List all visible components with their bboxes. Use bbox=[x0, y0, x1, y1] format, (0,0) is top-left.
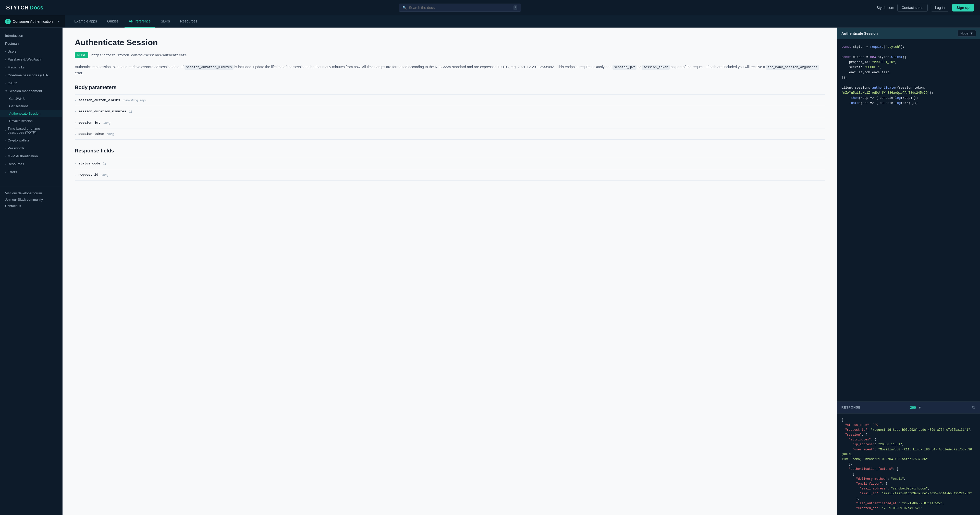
sidebar-item-postman[interactable]: Postman bbox=[0, 40, 62, 48]
param-session-duration-minutes[interactable]: › session_duration_minutes int bbox=[75, 106, 825, 117]
sidebar-subitem-authenticate-session[interactable]: Authenticate Session bbox=[0, 110, 62, 117]
section-selector[interactable]: C Consumer Authentication ▼ bbox=[0, 15, 65, 27]
param-session-custom-claims[interactable]: › session_custom_claims map<string, any> bbox=[75, 95, 825, 106]
sidebar-item-otp[interactable]: › One-time passcodes (OTP) bbox=[0, 71, 62, 79]
chevron-right-icon: › bbox=[5, 155, 6, 158]
chevron-right-icon: › bbox=[5, 58, 6, 61]
sidebar-item-oauth[interactable]: › OAuth bbox=[0, 79, 62, 87]
language-selector[interactable]: Node ▼ bbox=[958, 30, 976, 37]
signup-button[interactable]: Sign up bbox=[952, 4, 974, 11]
sidebar-item-m2m[interactable]: › M2M Authentication bbox=[0, 152, 62, 160]
section-navbar: C Consumer Authentication ▼ Example apps… bbox=[0, 15, 980, 27]
login-button[interactable]: Log in bbox=[931, 4, 949, 11]
response-header: RESPONSE 200 ▼ ⧉ bbox=[837, 401, 980, 414]
code-panel-header: Authenticate Session Node ▼ bbox=[837, 27, 980, 39]
sidebar-link-contact-us[interactable]: Contact us bbox=[5, 203, 57, 209]
layout: Introduction Postman › Users › Passkeys … bbox=[0, 27, 980, 515]
response-fields-title: Response fields bbox=[75, 148, 825, 154]
response-line: "email_factor": { bbox=[842, 482, 976, 486]
chevron-right-icon: › bbox=[75, 173, 76, 177]
response-line: "user_agent": "Mozilla/5.0 (X11; Linux x… bbox=[842, 447, 976, 457]
sidebar-item-users[interactable]: › Users bbox=[0, 48, 62, 56]
response-label: RESPONSE bbox=[842, 406, 861, 409]
search-input[interactable] bbox=[409, 6, 511, 10]
sidebar-item-passwords[interactable]: › Passwords bbox=[0, 144, 62, 152]
chevron-right-icon: › bbox=[75, 110, 76, 113]
stytch-com-link[interactable]: Stytch.com bbox=[877, 6, 894, 10]
endpoint-url: https://test.stytch.com/v1/sessions/auth… bbox=[91, 53, 187, 57]
param-session-token[interactable]: › session_token string bbox=[75, 128, 825, 140]
sidebar-item-errors[interactable]: › Errors bbox=[0, 168, 62, 176]
chevron-right-icon: › bbox=[5, 74, 6, 77]
chevron-right-icon: › bbox=[5, 147, 6, 150]
response-line: "request_id": "request-id-test-b05c992f-… bbox=[842, 428, 976, 432]
sidebar-subitem-get-jwks[interactable]: Get JWKS bbox=[0, 95, 62, 102]
sidebar-link-developer-forum[interactable]: Visit our developer forum bbox=[5, 190, 57, 196]
code-line: const stytch = require("stytch"); bbox=[842, 45, 976, 49]
chevron-down-icon: ∨ bbox=[5, 89, 7, 92]
code-block: const stytch = require("stytch"); const … bbox=[837, 39, 980, 401]
body-params-title: Body parameters bbox=[75, 85, 825, 90]
top-navbar: STYTCH Docs 🔍 / Stytch.com Contact sales… bbox=[0, 0, 980, 15]
sidebar-link-slack-community[interactable]: Join our Slack community bbox=[5, 196, 57, 203]
code-line: const client = new stytch.Client({ bbox=[842, 55, 976, 60]
logo[interactable]: STYTCH Docs bbox=[6, 4, 43, 11]
chevron-right-icon: › bbox=[5, 82, 6, 85]
section-nav-example-apps[interactable]: Example apps bbox=[70, 16, 101, 27]
code-panel: Authenticate Session Node ▼ const stytch… bbox=[837, 27, 980, 515]
logo-stytch: STYTCH bbox=[6, 4, 29, 11]
copy-button[interactable]: ⧉ bbox=[971, 404, 976, 411]
chevron-down-icon[interactable]: ▼ bbox=[918, 405, 921, 410]
code-line: .then(resp => { console.log(resp) }) bbox=[842, 96, 976, 100]
response-line: like Gecko) Chrome/51.0.2704.103 Safari/… bbox=[842, 457, 976, 462]
code-line: env: stytch.envs.test, bbox=[842, 70, 976, 75]
response-line: "attributes": { bbox=[842, 437, 976, 442]
nav-right: Stytch.com Contact sales Log in Sign up bbox=[877, 4, 974, 11]
method-badge: POST bbox=[75, 53, 88, 58]
section-nav-items: Example apps Guides API reference SDKs R… bbox=[65, 15, 206, 27]
code-session-jwt: session_jwt bbox=[612, 65, 637, 70]
response-line: { bbox=[842, 472, 976, 477]
page-title: Authenticate Session bbox=[75, 38, 825, 47]
response-field-request-id[interactable]: › request_id string bbox=[75, 169, 825, 180]
chevron-right-icon: › bbox=[5, 129, 6, 132]
contact-sales-button[interactable]: Contact sales bbox=[897, 4, 928, 11]
sidebar-item-magic-links[interactable]: › Magic links bbox=[0, 63, 62, 71]
chevron-right-icon: › bbox=[5, 66, 6, 69]
sidebar-item-resources[interactable]: › Resources bbox=[0, 160, 62, 168]
section-nav-sdks[interactable]: SDKs bbox=[157, 16, 174, 27]
sidebar-item-totp[interactable]: › Time-based one-time passcodes (TOTP) bbox=[0, 124, 62, 136]
response-field-status-code[interactable]: › status_code int bbox=[75, 158, 825, 169]
sidebar: Introduction Postman › Users › Passkeys … bbox=[0, 27, 62, 515]
response-line: "status_code": 200, bbox=[842, 423, 976, 428]
chevron-right-icon: › bbox=[5, 139, 6, 142]
sidebar-item-passkeys[interactable]: › Passkeys & WebAuthn bbox=[0, 56, 62, 63]
response-line: "delivery_method": "email", bbox=[842, 477, 976, 482]
sidebar-item-crypto-wallets[interactable]: › Crypto wallets bbox=[0, 136, 62, 144]
section-nav-resources[interactable]: Resources bbox=[176, 16, 201, 27]
section-nav-guides[interactable]: Guides bbox=[103, 16, 123, 27]
chevron-right-icon: › bbox=[5, 50, 6, 53]
response-line: "last_authenticated_at": "2021-08-09T07:… bbox=[842, 501, 976, 506]
sidebar-subitem-get-sessions[interactable]: Get sessions bbox=[0, 102, 62, 110]
code-too-many-args: too_many_session_arguments bbox=[766, 65, 819, 70]
response-line: }, bbox=[842, 462, 976, 467]
section-icon: C bbox=[5, 19, 11, 24]
sidebar-subitem-revoke-session[interactable]: Revoke session bbox=[0, 117, 62, 124]
code-line: project_id: "PROJECT_ID", bbox=[842, 60, 976, 65]
chevron-right-icon: › bbox=[75, 162, 76, 166]
sidebar-item-introduction[interactable]: Introduction bbox=[0, 32, 62, 40]
response-field-list: › status_code int › request_id string bbox=[75, 158, 825, 180]
search-bar[interactable]: 🔍 / bbox=[399, 3, 521, 12]
response-line: "authentication_factors": [ bbox=[842, 467, 976, 472]
search-shortcut: / bbox=[514, 5, 517, 10]
section-nav-api-reference[interactable]: API reference bbox=[124, 16, 155, 27]
param-session-jwt[interactable]: › session_jwt string bbox=[75, 117, 825, 128]
code-panel-title: Authenticate Session bbox=[842, 32, 878, 35]
code-line: "mZAYn5aLEqKU1Z_Ad9U_fWr38GaAQ1oFAhT8ds2… bbox=[842, 90, 976, 96]
code-line: secret: "SECRET", bbox=[842, 65, 976, 70]
code-session-duration: session_duration_minutes bbox=[185, 65, 234, 70]
sidebar-item-session-management[interactable]: ∨ Session management bbox=[0, 87, 62, 95]
endpoint-badge: POST https://test.stytch.com/v1/sessions… bbox=[75, 53, 825, 58]
code-session-token: session_token bbox=[642, 65, 670, 70]
